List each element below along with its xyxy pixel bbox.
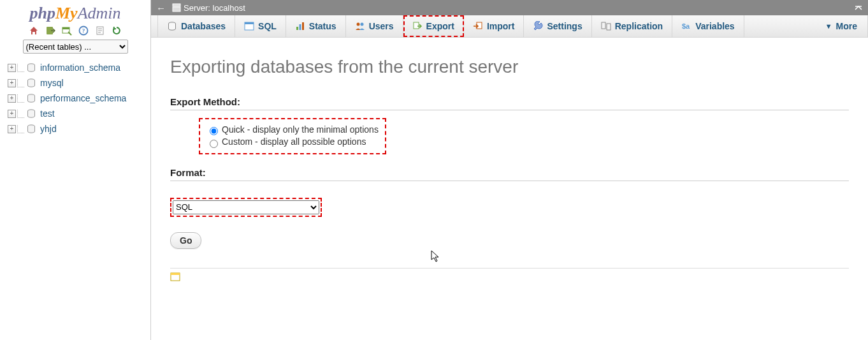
export-icon	[412, 21, 423, 31]
sql-icon	[244, 21, 254, 31]
svg-rect-16	[296, 27, 298, 30]
more-caret-icon: ▼	[825, 22, 832, 30]
replication-icon	[601, 21, 611, 31]
page-title: Exporting databases from the current ser…	[170, 57, 849, 77]
database-icon	[26, 78, 36, 88]
tab-replication[interactable]: Replication	[592, 15, 672, 37]
tab-databases[interactable]: Databases	[157, 15, 235, 37]
format-select[interactable]: SQL	[173, 200, 319, 214]
svg-rect-27	[171, 273, 180, 275]
svg-rect-2	[62, 27, 69, 29]
reload-icon[interactable]	[112, 26, 122, 36]
variables-icon: $a	[681, 21, 691, 31]
server-breadcrumb[interactable]: Server: localhost	[172, 3, 245, 13]
users-icon	[355, 21, 365, 31]
export-method-group: Quick - display only the minimal options…	[199, 118, 386, 154]
recent-tables-select[interactable]: (Recent tables) ...	[23, 40, 128, 54]
db-node[interactable]: + information_schema	[8, 60, 150, 75]
format-select-highlight: SQL	[170, 198, 322, 217]
svg-rect-15	[245, 22, 254, 24]
tab-export[interactable]: Export	[403, 15, 464, 37]
status-icon	[295, 21, 305, 31]
radio-custom[interactable]: Custom - display all possible options	[206, 137, 379, 147]
database-icon	[26, 124, 36, 134]
expand-icon[interactable]: +	[8, 79, 16, 87]
format-label: Format:	[170, 167, 849, 178]
expand-icon[interactable]: +	[8, 64, 16, 72]
main: ← Server: localhost Databases SQL Status…	[151, 0, 868, 340]
tab-status[interactable]: Status	[286, 15, 346, 37]
svg-point-19	[356, 23, 359, 26]
svg-rect-21	[414, 22, 419, 29]
db-node[interactable]: + test	[8, 106, 150, 121]
home-icon[interactable]	[29, 26, 39, 36]
sidebar: phpMyAdmin ? (Recent tables) ... + infor…	[0, 0, 151, 340]
sidebar-toolbar: ?	[29, 26, 122, 36]
db-node[interactable]: + mysql	[8, 75, 150, 91]
docs-icon[interactable]: ?	[78, 26, 89, 36]
tab-more[interactable]: ▼ More	[816, 15, 868, 37]
pma-logo: phpMyAdmin	[29, 4, 120, 23]
svg-rect-12	[173, 7, 180, 11]
query-box-toggle[interactable]	[170, 272, 849, 281]
query-window-icon[interactable]	[62, 26, 72, 36]
tab-users[interactable]: Users	[346, 15, 403, 37]
tab-sql[interactable]: SQL	[235, 15, 286, 37]
tab-import[interactable]: Import	[464, 15, 524, 37]
svg-rect-24	[607, 24, 611, 30]
server-icon	[172, 3, 181, 12]
collapse-topbar-icon[interactable]	[854, 3, 863, 12]
main-tabs: Databases SQL Status Users Export Import…	[151, 15, 868, 38]
expand-icon[interactable]: +	[8, 125, 16, 133]
databases-icon	[167, 21, 177, 31]
expand-icon[interactable]: +	[8, 110, 16, 118]
svg-point-20	[360, 23, 363, 26]
breadcrumb-bar: ← Server: localhost	[151, 0, 868, 15]
tab-variables[interactable]: $a Variables	[672, 15, 744, 37]
svg-text:$a: $a	[682, 22, 690, 30]
go-button[interactable]: Go	[170, 232, 201, 249]
expand-icon[interactable]: +	[8, 94, 16, 103]
svg-rect-11	[173, 4, 180, 6]
database-tree: + information_schema + mysql + performan…	[0, 60, 150, 137]
settings-icon	[533, 21, 543, 31]
import-icon	[473, 21, 483, 31]
sql-docs-icon[interactable]	[95, 26, 105, 36]
back-arrow-icon[interactable]: ←	[156, 3, 166, 13]
database-icon	[26, 63, 36, 73]
database-icon	[26, 93, 36, 103]
logout-icon[interactable]	[45, 26, 55, 36]
db-node[interactable]: + performance_schema	[8, 91, 150, 106]
db-node[interactable]: + yhjd	[8, 121, 150, 137]
svg-rect-17	[299, 24, 301, 30]
radio-quick[interactable]: Quick - display only the minimal options	[206, 124, 379, 135]
export-method-label: Export Method:	[170, 96, 849, 107]
svg-rect-18	[302, 22, 304, 30]
svg-rect-23	[602, 22, 605, 29]
database-icon	[26, 108, 36, 119]
tab-settings[interactable]: Settings	[524, 15, 591, 37]
export-page: Exporting databases from the current ser…	[151, 38, 868, 340]
radio-quick-input[interactable]	[210, 127, 218, 135]
radio-custom-input[interactable]	[210, 140, 218, 148]
svg-text:?: ?	[82, 27, 85, 34]
